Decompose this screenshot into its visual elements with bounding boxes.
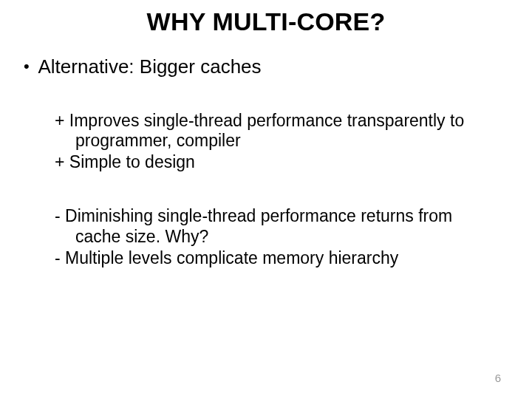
- slide-content: • Alternative: Bigger caches + Improves …: [0, 55, 532, 268]
- bullet-icon: •: [24, 58, 30, 75]
- slide-title: WHY MULTI-CORE?: [0, 0, 532, 36]
- bullet-label: Alternative: Bigger caches: [38, 55, 262, 78]
- pro-line-1b: programmer, compiler: [55, 131, 502, 151]
- con-line-1a: - Diminishing single-thread performance …: [55, 206, 502, 226]
- pro-line-2: + Simple to design: [55, 152, 502, 172]
- page-number: 6: [495, 372, 501, 384]
- con-line-1b: cache size. Why?: [55, 227, 502, 247]
- con-line-2: - Multiple levels complicate memory hier…: [55, 248, 502, 268]
- pro-line-1a: + Improves single-thread performance tra…: [55, 111, 502, 131]
- bullet-row: • Alternative: Bigger caches: [24, 55, 502, 78]
